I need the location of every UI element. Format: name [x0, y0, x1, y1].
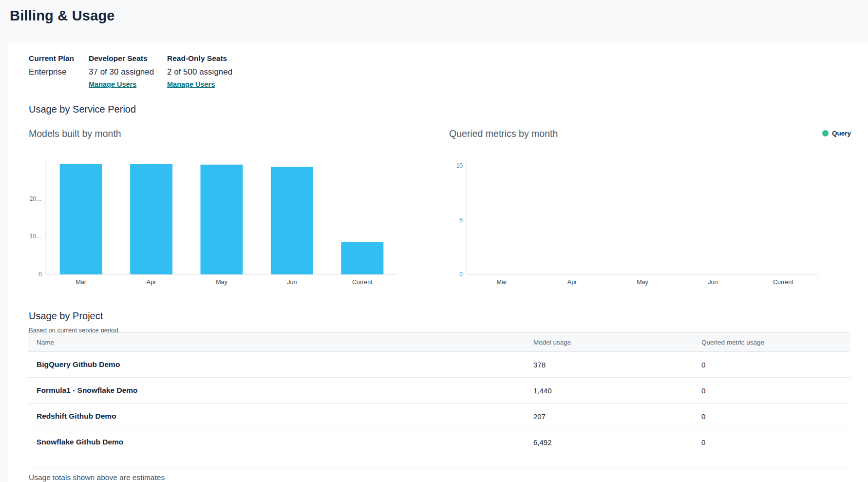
svg-text:May: May — [216, 279, 227, 286]
manage-users-link-readonly[interactable]: Manage Users — [167, 80, 215, 88]
models-chart-title: Models built by month — [29, 128, 121, 139]
queried-metric-usage-cell: 0 — [701, 438, 850, 446]
table-body: BigQuery Github Demo3780Formula1 - Snowf… — [28, 352, 850, 455]
svg-text:Apr: Apr — [147, 279, 156, 286]
svg-text:Current: Current — [773, 279, 793, 286]
table-row: Formula1 - Snowflake Demo1,4400 — [28, 378, 850, 404]
table-footer-divider — [28, 467, 850, 467]
readonly-seats-label: Read-Only Seats — [167, 54, 232, 63]
svg-text:10: 10 — [456, 162, 463, 169]
column-header-name: Name — [28, 339, 533, 346]
project-name-cell: Formula1 - Snowflake Demo — [28, 386, 533, 395]
top-header-bar: Billing & Usage — [0, 0, 868, 42]
queried-metric-usage-cell: 0 — [701, 386, 850, 395]
svg-text:5: 5 — [459, 217, 463, 224]
table-header-row: Name Model usage Queried metric usage — [28, 332, 850, 352]
queried-metrics-chart: 0510MarAprMayJunCurrent — [450, 156, 835, 295]
model-usage-cell: 207 — [533, 412, 701, 421]
project-name-cell: BigQuery Github Demo — [28, 360, 533, 369]
query-legend-label: Query — [832, 130, 851, 137]
svg-text:0: 0 — [459, 271, 463, 278]
developer-seats-label: Developer Seats — [89, 54, 154, 63]
svg-text:Current: Current — [352, 279, 373, 286]
query-legend: Query — [822, 130, 851, 137]
svg-text:Jun: Jun — [287, 279, 297, 286]
svg-text:May: May — [637, 279, 648, 286]
queried-metric-usage-cell: 0 — [701, 412, 850, 421]
svg-text:0: 0 — [38, 271, 42, 278]
current-plan-value: Enterprise — [29, 67, 74, 77]
svg-text:Jun: Jun — [708, 279, 717, 286]
svg-text:10…: 10… — [30, 233, 42, 240]
model-usage-cell: 6,492 — [533, 438, 701, 446]
usage-by-project-table: Name Model usage Queried metric usage Bi… — [28, 332, 850, 455]
readonly-seats-value: 2 of 500 assigned — [167, 67, 232, 77]
model-usage-cell: 378 — [533, 361, 701, 369]
column-header-model-usage: Model usage — [533, 339, 701, 346]
models-built-chart: 010…20…MarAprMayJunCurrent — [29, 156, 414, 295]
readonly-seats-block: Read-Only Seats 2 of 500 assigned Manage… — [167, 54, 232, 89]
manage-users-link-developer[interactable]: Manage Users — [89, 80, 136, 88]
table-row: BigQuery Github Demo3780 — [28, 352, 850, 378]
queried-metric-usage-cell: 0 — [701, 361, 850, 369]
query-legend-dot-icon — [822, 130, 829, 136]
developer-seats-block: Developer Seats 37 of 30 assigned Manage… — [89, 54, 154, 89]
svg-text:Apr: Apr — [567, 279, 577, 286]
billing-card: Current Plan Enterprise Developer Seats … — [8, 42, 868, 482]
svg-text:Mar: Mar — [75, 279, 86, 286]
svg-text:Mar: Mar — [496, 279, 507, 286]
queried-chart-title: Queried metrics by month — [449, 128, 558, 139]
usage-footnote: Usage totals shown above are estimates — [29, 473, 165, 482]
table-row: Redshift Github Demo2070 — [28, 404, 850, 429]
project-name-cell: Redshift Github Demo — [28, 412, 533, 421]
model-usage-cell: 1,440 — [533, 386, 701, 395]
project-table-title: Usage by Project — [29, 310, 103, 322]
developer-seats-value: 37 of 30 assigned — [89, 67, 154, 77]
svg-text:20…: 20… — [30, 195, 42, 202]
usage-section-title: Usage by Service Period — [29, 104, 136, 115]
project-name-cell: Snowflake Github Demo — [28, 438, 533, 446]
current-plan-label: Current Plan — [29, 54, 74, 63]
table-row: Snowflake Github Demo6,4920 — [28, 429, 850, 455]
page-title: Billing & Usage — [10, 8, 115, 24]
current-plan-block: Current Plan Enterprise — [29, 54, 74, 77]
column-header-queried-metric-usage: Queried metric usage — [701, 339, 850, 346]
